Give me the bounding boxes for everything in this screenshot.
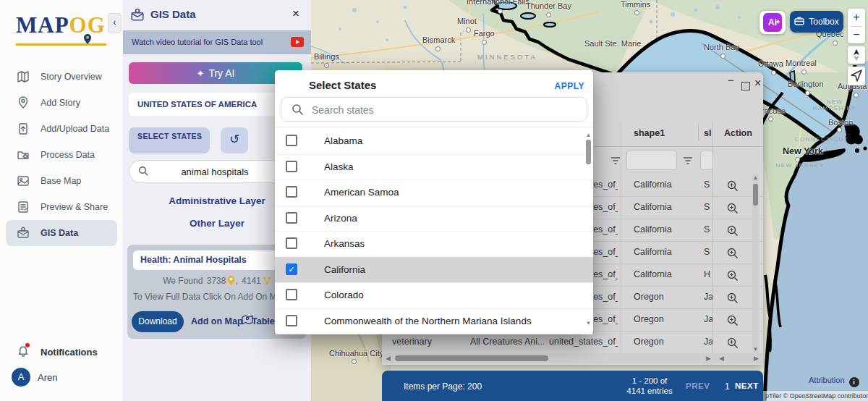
ai-tool-button[interactable]: Ai✦ (760, 11, 786, 34)
zoom-to-feature-icon[interactable] (726, 224, 739, 240)
zoom-to-feature-icon[interactable] (726, 202, 739, 217)
state-row-commonwealth-of-the-northern-mariana-islands[interactable]: Commonwealth of the Northern Mariana Isl… (275, 308, 593, 335)
cell-shape1: California (634, 224, 672, 235)
download-button[interactable]: Download (132, 311, 184, 332)
close-panel-icon[interactable]: × (292, 7, 299, 21)
city-marker (466, 28, 471, 33)
scroll-left-arrow[interactable]: ◀ (719, 355, 724, 362)
state-row-arizona[interactable]: Arizona (275, 206, 593, 232)
scroll-down-arrow[interactable]: ▼ (752, 346, 759, 353)
state-checkbox[interactable]: ✓ (286, 263, 297, 275)
zoom-in-button[interactable]: + (848, 9, 865, 26)
prev-page-button[interactable]: PREV (686, 381, 710, 390)
state-checkbox[interactable] (286, 289, 297, 300)
column-header-shape1[interactable]: shape1 (634, 128, 665, 138)
sidebar-item-story-overview[interactable]: Story Overview (0, 64, 123, 90)
sidebar-item-add-upload-data[interactable]: Add/Upload Data (0, 116, 123, 142)
entries-range: 1 - 200 of 4141 entries (621, 376, 678, 396)
filter-input-shape2[interactable] (700, 151, 713, 170)
close-window-icon[interactable]: × (754, 77, 761, 90)
state-row-colorado[interactable]: Colorado (275, 282, 593, 309)
scrollbar-thumb[interactable] (586, 140, 591, 164)
zoom-to-feature-icon[interactable] (726, 314, 739, 329)
sidebar-item-label: Add Story (41, 98, 80, 108)
state-row-alaska[interactable]: Alaska (275, 154, 593, 181)
sidebar-item-add-story[interactable]: Add Story (0, 90, 123, 116)
filter-input-shape1[interactable] (626, 151, 677, 170)
scrollbar-thumb[interactable] (753, 184, 758, 206)
state-checkbox[interactable] (286, 315, 297, 326)
zoom-out-button[interactable]: − (848, 26, 865, 43)
state-checkbox[interactable] (286, 186, 297, 198)
scroll-left-arrow[interactable]: ◀ (386, 355, 391, 362)
zoom-to-feature-icon[interactable] (726, 269, 739, 284)
panel-title: GIS Data (150, 8, 196, 20)
items-per-page[interactable]: Items per Page: 200 (404, 381, 482, 392)
zoom-to-feature-icon[interactable] (726, 292, 739, 307)
scroll-up-arrow[interactable]: ▲ (585, 132, 592, 138)
sidebar-item-base-map[interactable]: Base Map (0, 168, 123, 194)
city-marker (771, 70, 776, 75)
state-checkbox[interactable] (286, 161, 297, 172)
sidebar-item-label: Preview & Share (41, 202, 108, 212)
user-profile[interactable]: A Aren (0, 365, 135, 389)
maximize-window-icon[interactable] (741, 77, 750, 93)
apply-button[interactable]: APPLY (555, 81, 584, 91)
state-row-california[interactable]: ✓California (275, 257, 593, 284)
sidebar-item-process-data[interactable]: Process Data (0, 142, 123, 168)
table-vertical-scrollbar[interactable]: ▲ ▼ (752, 174, 759, 353)
scroll-right-arrow[interactable]: ▶ (706, 355, 711, 362)
sidebar-item-label: Story Overview (41, 72, 102, 82)
tutorial-banner[interactable]: Watch video tutorial for GIS Data tool (123, 30, 311, 54)
table-horizontal-scrollbar[interactable]: ◀ ▶ ◀ ▶ (382, 353, 763, 363)
city-label-billings: Billings (314, 52, 339, 61)
states-search-input[interactable]: Search states (281, 97, 587, 122)
city-label-international-falls: International Falls (467, 0, 529, 6)
zoom-to-feature-icon[interactable] (726, 247, 739, 262)
state-row-arkansas[interactable]: Arkansas (275, 231, 593, 258)
locate-button[interactable] (848, 67, 865, 85)
zoom-to-feature-icon[interactable] (726, 180, 739, 195)
sidebar-item-preview-share[interactable]: Preview & Share (0, 194, 123, 220)
cell-shape1: Oregon (634, 292, 664, 302)
state-row-american-samoa[interactable]: American Samoa (275, 180, 593, 206)
add-on-map-button[interactable]: Add on Map (191, 316, 243, 326)
city-label-thunder-bay: Thunder Bay (526, 1, 571, 10)
attribution-link[interactable]: Attributioni (809, 376, 859, 387)
navigation-arrow-icon (848, 67, 865, 85)
filter-icon[interactable] (683, 155, 693, 168)
notification-badge (25, 343, 30, 347)
minimize-window-icon[interactable]: − (728, 74, 734, 86)
compass-button[interactable] (848, 46, 865, 64)
scroll-up-arrow[interactable]: ▲ (752, 174, 759, 181)
select-states-button[interactable]: SELECT STATES (129, 127, 210, 153)
sidebar-item-gis-data[interactable]: GIS Data (6, 220, 117, 246)
city-label-ottawa: Ottawa (758, 59, 783, 68)
city-marker (720, 54, 726, 59)
cell-shape2: S (704, 180, 712, 190)
zoom-to-feature-icon[interactable] (726, 337, 739, 352)
toolbox-button[interactable]: Toolbox (790, 11, 843, 33)
state-checkbox[interactable] (286, 135, 297, 146)
scroll-down-arrow[interactable]: ▼ (585, 320, 592, 326)
cell-shape1: Oregon (634, 314, 664, 324)
next-page-button[interactable]: NEXT (735, 381, 759, 390)
state-checkbox[interactable] (286, 237, 297, 249)
reset-button[interactable]: ↺ (221, 127, 248, 153)
state-row-alabama[interactable]: Alabama (275, 128, 593, 155)
column-header-action: Action (724, 128, 752, 138)
cell-shape2: S (704, 247, 712, 257)
scrollbar-thumb[interactable] (395, 355, 548, 361)
filter-icon[interactable] (610, 155, 621, 168)
state-checkbox[interactable] (286, 212, 297, 224)
notifications-item[interactable]: Notifications (0, 339, 139, 365)
scroll-right-arrow[interactable]: ▶ (754, 355, 759, 362)
mapog-logo[interactable]: MAPOG (16, 10, 106, 46)
city-marker (498, 9, 503, 14)
state-name: Arizona (324, 213, 357, 224)
states-list: AlabamaAlaskaAmerican SamoaArizonaArkans… (275, 128, 593, 334)
cell-shape1: California (634, 269, 672, 279)
alt-count: 4141 (242, 276, 261, 286)
column-header-shape2[interactable]: sl (704, 128, 711, 138)
collapse-panel-button[interactable]: ‹ (108, 13, 122, 33)
